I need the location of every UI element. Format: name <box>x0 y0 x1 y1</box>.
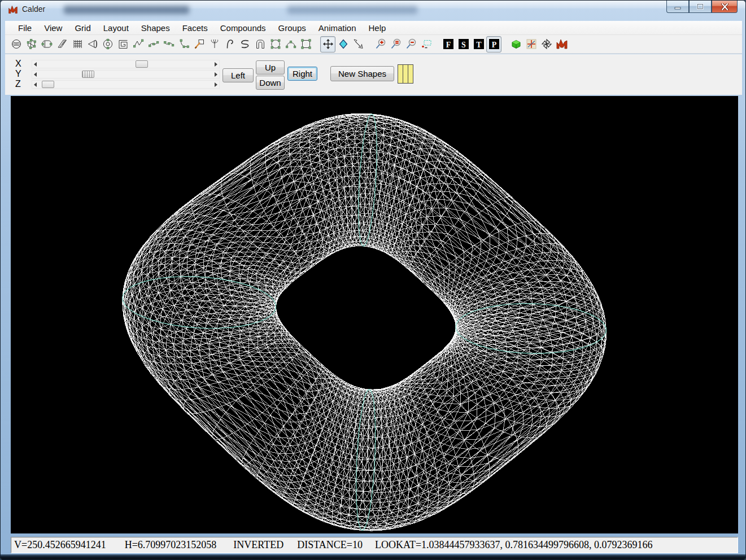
cone-tool-icon[interactable] <box>85 36 100 53</box>
status-distance: DISTANCE=10 <box>297 539 375 551</box>
title-bar[interactable]: Calder <box>1 1 745 19</box>
flag-pen-tool-icon[interactable] <box>191 36 207 53</box>
box-handles-tool-icon[interactable] <box>24 36 39 53</box>
zoom-fit-tool-icon[interactable] <box>388 36 403 53</box>
slider-y-right-arrow[interactable] <box>213 71 219 78</box>
wireframe-torus <box>11 96 738 533</box>
axis-label-y: Y <box>15 69 24 79</box>
slider-x-thumb[interactable] <box>136 60 148 68</box>
region-select-tool-icon[interactable] <box>418 36 434 53</box>
slider-z-left-arrow[interactable] <box>32 81 38 88</box>
toolbar: FSTP <box>5 35 742 54</box>
window-title: Calder <box>22 5 45 14</box>
grid-tool-icon[interactable] <box>69 36 85 53</box>
zoom-out-tool-icon[interactable] <box>403 36 418 53</box>
ramp-tool-icon[interactable] <box>54 36 69 53</box>
status-mode: INVERTED <box>233 539 297 551</box>
app-logo-button-icon[interactable] <box>554 36 569 53</box>
status-bar: V=250.452665941241 H=6.70997023152058 IN… <box>11 537 738 553</box>
down-button[interactable]: Down <box>256 76 285 90</box>
circle-handles-tool-icon[interactable] <box>268 36 283 53</box>
slider-y-left-arrow[interactable] <box>32 71 38 78</box>
status-v: V=250.452665941241 <box>14 539 125 551</box>
swatch-bar <box>408 64 413 84</box>
move-tool-icon[interactable] <box>320 36 335 53</box>
slider-y[interactable] <box>32 70 220 78</box>
text-toggle-icon[interactable]: T <box>471 36 486 53</box>
pinwheel-tool-icon[interactable] <box>539 36 554 53</box>
arc-point-tool-icon[interactable] <box>176 36 191 53</box>
control-panel: XYZ Left Up Down Right New Shapes <box>5 54 742 95</box>
axis-label-z: Z <box>15 79 24 89</box>
menu-item-file[interactable]: File <box>12 22 38 34</box>
menu-item-groups[interactable]: Groups <box>272 22 312 34</box>
axis-label-x: X <box>15 59 24 69</box>
diamond-tool-icon[interactable] <box>335 36 351 53</box>
arrow-select-tool-icon[interactable] <box>351 36 366 53</box>
facets-toggle-icon[interactable]: F <box>440 36 456 53</box>
maximize-button[interactable] <box>689 1 712 13</box>
solid-view-toggle-icon[interactable] <box>508 36 523 53</box>
right-button[interactable]: Right <box>287 67 317 81</box>
spray-tool-icon[interactable] <box>207 36 222 53</box>
square-handles-tool-icon[interactable] <box>298 36 313 53</box>
menu-item-compounds[interactable]: Compounds <box>214 22 272 34</box>
axes-toggle-icon[interactable] <box>523 36 539 53</box>
curve-alt-tool-icon[interactable] <box>161 36 176 53</box>
slider-x-right-arrow[interactable] <box>213 60 219 68</box>
slider-y-thumb[interactable] <box>82 71 94 78</box>
hook-curve-tool-icon[interactable] <box>222 36 237 53</box>
shapes-toggle-icon[interactable]: S <box>456 36 471 53</box>
menu-item-animation[interactable]: Animation <box>312 22 363 34</box>
curve-tool-icon[interactable] <box>146 36 161 53</box>
slider-z-right-arrow[interactable] <box>213 81 219 88</box>
close-button[interactable] <box>712 1 738 13</box>
slider-x[interactable] <box>32 60 220 68</box>
slider-z-thumb[interactable] <box>42 81 54 88</box>
svg-text:P: P <box>491 41 496 49</box>
spiral-tool-icon[interactable] <box>115 36 130 53</box>
slider-z[interactable] <box>32 80 220 89</box>
menu-item-grid[interactable]: Grid <box>68 22 97 34</box>
gate-tool-icon[interactable] <box>252 36 268 53</box>
menu-item-shapes[interactable]: Shapes <box>135 22 176 34</box>
redacted-title-text <box>64 6 189 14</box>
app-logo-icon <box>8 5 18 15</box>
window-controls <box>666 1 738 13</box>
menu-item-layout[interactable]: Layout <box>97 22 135 34</box>
sphere-tool-icon[interactable] <box>8 36 24 53</box>
menu-item-view[interactable]: View <box>38 22 68 34</box>
render-viewport[interactable] <box>11 96 738 533</box>
svg-text:T: T <box>476 41 482 49</box>
window-bottom-frame <box>1 554 745 560</box>
s-curve-tool-icon[interactable] <box>237 36 252 53</box>
new-shapes-button[interactable]: New Shapes <box>330 66 394 81</box>
status-h: H=6.70997023152058 <box>125 539 234 551</box>
left-button[interactable]: Left <box>223 68 254 82</box>
points-toggle-icon[interactable]: P <box>486 36 501 53</box>
menu-item-help[interactable]: Help <box>363 22 392 34</box>
status-lookat: LOOKAT=1.03844457933637, 0.7816344997966… <box>375 539 653 551</box>
arc-handles-tool-icon[interactable] <box>283 36 298 53</box>
wheel-tool-icon[interactable] <box>100 36 115 53</box>
redacted-title-text-2 <box>287 6 417 14</box>
up-button[interactable]: Up <box>256 60 285 75</box>
svg-text:S: S <box>461 41 466 49</box>
zoom-in-tool-icon[interactable] <box>373 36 388 53</box>
color-swatch-bars[interactable] <box>398 64 413 84</box>
menu-item-facets[interactable]: Facets <box>176 22 214 34</box>
app-window: Calder FileViewGridLayoutShapesFacetsCom… <box>0 0 746 560</box>
menu-bar: FileViewGridLayoutShapesFacetsCompoundsG… <box>5 21 742 35</box>
svg-text:F: F <box>446 41 451 49</box>
slider-x-left-arrow[interactable] <box>32 60 38 68</box>
polyline-tool-icon[interactable] <box>130 36 146 53</box>
minimize-button[interactable] <box>666 1 689 13</box>
cylinder-handles-tool-icon[interactable] <box>39 36 54 53</box>
